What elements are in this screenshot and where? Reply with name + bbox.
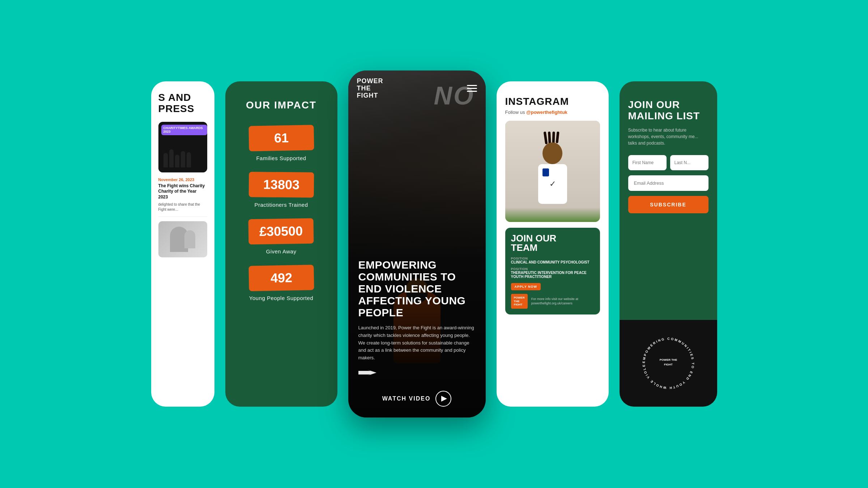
dread-1 xyxy=(544,132,548,145)
impact-number-1: 61 xyxy=(248,125,314,151)
card-impact: OUR IMPACT 61 Families Supported 13803 P… xyxy=(225,81,337,407)
impact-number-3: £30500 xyxy=(248,218,314,245)
impact-title: OUR IMPACT xyxy=(246,99,316,111)
name-fields-row xyxy=(628,155,709,170)
player-head-container xyxy=(542,142,562,164)
position2-role: THERAPEUTIC INTERVENTION FOR PEACE YOUTH… xyxy=(511,271,594,279)
news-divider xyxy=(158,217,207,217)
england-crest xyxy=(542,168,549,176)
instagram-handle[interactable]: @powerthefightuk xyxy=(526,110,567,115)
position1-label: Position xyxy=(511,257,594,260)
instagram-main-photo: ✓ xyxy=(505,121,600,222)
circle-text-svg: EMPOWERING COMMUNITIES TO END YOUTH WHOL… xyxy=(636,331,701,396)
play-button[interactable] xyxy=(435,391,451,407)
watch-video-bar[interactable]: WATCH VIDEO xyxy=(348,391,486,407)
watch-video-label: WATCH VIDEO xyxy=(382,395,431,402)
player-figure: ✓ xyxy=(538,142,567,204)
player-head xyxy=(542,142,562,164)
hamburger-line-3 xyxy=(467,91,477,92)
svg-text:POWER THE: POWER THE xyxy=(659,358,677,361)
logo-line3: FIGHT xyxy=(357,92,383,99)
play-triangle-icon xyxy=(441,396,447,402)
impact-label-1: Families Supported xyxy=(256,155,306,161)
instagram-bottom-bar: POWERTHEFIGHT For more info visit our we… xyxy=(511,294,594,309)
svg-text:FIGHT: FIGHT xyxy=(664,363,673,366)
card-instagram: INSTAGRAM Follow us @powerthefightuk xyxy=(497,81,609,407)
impact-label-3: Given Away xyxy=(266,248,297,254)
grass-gradient xyxy=(505,207,600,222)
impact-number-4: 492 xyxy=(248,265,314,291)
mailing-description: Subscribe to hear about future workshops… xyxy=(628,127,709,146)
soccer-player-image: ✓ xyxy=(505,121,600,222)
impact-stat-2: 13803 Practitioners Trained xyxy=(236,172,327,208)
join-title-line1: JOIN OUR xyxy=(511,234,557,243)
hamburger-line-2 xyxy=(467,88,477,89)
position2-label: Position xyxy=(511,267,594,271)
impact-label-4: Young People Supported xyxy=(249,295,313,301)
join-team-titles: JOIN OUR TEAM xyxy=(511,234,557,257)
hero-arrow-icon xyxy=(358,369,376,376)
position1-role: CLINICAL AND COMMUNITY PSYCHOLOGIST xyxy=(511,260,594,264)
phones-container: S AND PRESS Charitytimes Awards 2023 Nov… xyxy=(0,49,868,439)
news-snippet: delighted to share that the Fight were..… xyxy=(158,202,207,212)
news-award-image: Charitytimes Awards 2023 xyxy=(158,122,207,172)
first-name-input[interactable] xyxy=(628,155,667,170)
svg-marker-0 xyxy=(358,370,376,376)
email-input[interactable] xyxy=(628,175,709,191)
impact-number-2: 13803 xyxy=(248,172,314,198)
join-team-header: JOIN OUR TEAM END YOUTH VIOLENCE xyxy=(511,234,594,257)
instagram-title: INSTAGRAM xyxy=(505,96,600,107)
apply-button[interactable]: APPLY NOW xyxy=(511,283,541,290)
hamburger-menu[interactable] xyxy=(467,85,477,92)
logo-line2: THE xyxy=(357,85,383,92)
news-date: November 26, 2023 xyxy=(158,177,207,182)
logo-line1: POWER xyxy=(357,78,383,85)
follow-text: Follow us xyxy=(505,110,525,115)
card-hero-main: NO POWER THE FIGHT xyxy=(348,70,486,418)
circle-text-container: EMPOWERING COMMUNITIES TO END YOUTH WHOL… xyxy=(636,331,701,396)
impact-stat-4: 492 Young People Supported xyxy=(236,265,327,301)
player-jersey: ✓ xyxy=(538,164,567,204)
news-headline: The Fight wins Charity Charity of the Ye… xyxy=(158,183,207,200)
news-image2 xyxy=(158,221,207,257)
subscribe-button[interactable]: SUBSCRIBE xyxy=(628,196,709,213)
award-badge: Charitytimes Awards 2023 xyxy=(161,125,207,136)
hero-headline: EMPOWERING COMMUNITIES TO END VIOLENCE A… xyxy=(358,259,476,318)
ptf-logo-small: POWERTHEFIGHT xyxy=(511,294,528,309)
join-team-title: JOIN OUR TEAM xyxy=(511,234,557,252)
hamburger-line-1 xyxy=(467,85,477,86)
impact-stat-1: 61 Families Supported xyxy=(236,125,327,161)
last-name-input[interactable] xyxy=(670,155,709,170)
instagram-follow: Follow us @powerthefightuk xyxy=(505,110,600,115)
impact-stat-3: £30500 Given Away xyxy=(236,219,327,254)
card-mailing-list: JOIN OUR MAILING LIST Subscribe to hear … xyxy=(620,81,717,407)
jersey-logo: ✓ xyxy=(549,179,556,189)
join-title-line2: TEAM xyxy=(511,243,557,252)
hero-nav: POWER THE FIGHT xyxy=(348,70,486,106)
mailing-title: JOIN OUR MAILING LIST xyxy=(628,99,709,122)
news-title: S AND PRESS xyxy=(158,92,207,115)
card-news-press: S AND PRESS Charitytimes Awards 2023 Nov… xyxy=(151,81,214,407)
hero-logo: POWER THE FIGHT xyxy=(357,78,383,99)
instagram-join-team: JOIN OUR TEAM END YOUTH VIOLENCE Positio… xyxy=(505,228,600,314)
apply-row: APPLY NOW xyxy=(511,282,594,290)
hero-description: Launched in 2019, Power the Fight is an … xyxy=(358,324,476,362)
mailing-bottom-section: EMPOWERING COMMUNITIES TO END YOUTH WHOL… xyxy=(620,320,717,407)
impact-label-2: Practitioners Trained xyxy=(254,202,308,208)
website-text: For more info visit our website at power… xyxy=(531,297,594,306)
